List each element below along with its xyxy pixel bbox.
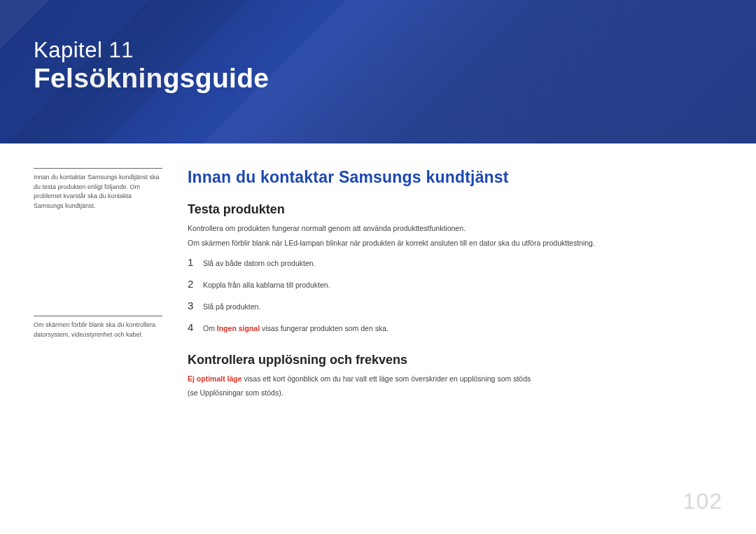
- para-res-1: Ej optimalt läge visas ett kort ögonblic…: [188, 373, 722, 385]
- content-area: Innan du kontaktar Samsungs kundtjänst s…: [0, 143, 756, 402]
- step-number: 2: [188, 278, 203, 290]
- para-test-1: Kontrollera om produkten fungerar normal…: [188, 223, 722, 234]
- step-text: Om Ingen signal visas fungerar produkten…: [203, 324, 388, 332]
- step-number: 3: [188, 300, 203, 311]
- step-item: 3 Slå på produkten.: [188, 300, 722, 311]
- step-item: 1 Slå av både datorn och produkten.: [188, 256, 722, 268]
- step-text: Slå av både datorn och produkten.: [203, 259, 316, 267]
- step-text: Slå på produkten.: [203, 302, 260, 311]
- para-test-2: Om skärmen förblir blank när LEd-lampan …: [188, 237, 722, 249]
- para-res-1-rest: visas ett kort ögonblick om du har valt …: [242, 374, 531, 383]
- sub-heading-resolution: Kontrollera upplösning och frekvens: [188, 353, 722, 367]
- step-item: 4 Om Ingen signal visas fungerar produkt…: [188, 321, 722, 333]
- para-res-1-bold: Ej optimalt läge: [188, 374, 242, 383]
- step4-pre: Om: [203, 324, 217, 332]
- sub-heading-test: Testa produkten: [188, 202, 722, 217]
- section-test-product: Testa produkten Kontrollera om produkten…: [188, 202, 722, 333]
- main-column: Innan du kontaktar Samsungs kundtjänst T…: [174, 168, 722, 402]
- step4-bold: Ingen signal: [217, 324, 260, 332]
- step-list: 1 Slå av både datorn och produkten. 2 Ko…: [188, 256, 722, 333]
- chapter-kicker: Kapitel 11: [34, 38, 722, 62]
- para-res-2: (se Upplösningar som stöds).: [188, 387, 722, 399]
- chapter-header: Kapitel 11 Felsökningsguide: [0, 0, 756, 143]
- step4-post: visas fungerar produkten som den ska.: [260, 324, 388, 332]
- sidebar: Innan du kontaktar Samsungs kundtjänst s…: [34, 168, 174, 402]
- chapter-title: Felsökningsguide: [34, 62, 722, 95]
- step-number: 4: [188, 321, 203, 333]
- section-heading: Innan du kontaktar Samsungs kundtjänst: [188, 168, 722, 187]
- step-text: Koppla från alla kablarna till produkten…: [203, 281, 330, 289]
- sidebar-note-1: Innan du kontaktar Samsungs kundtjänst s…: [34, 168, 162, 211]
- sidebar-note-2: Om skärmen förblir blank ska du kontroll…: [34, 316, 162, 339]
- page-number: 102: [683, 489, 722, 514]
- step-item: 2 Koppla från alla kablarna till produkt…: [188, 278, 722, 290]
- step-number: 1: [188, 256, 203, 268]
- section-check-resolution: Kontrollera upplösning och frekvens Ej o…: [188, 353, 722, 400]
